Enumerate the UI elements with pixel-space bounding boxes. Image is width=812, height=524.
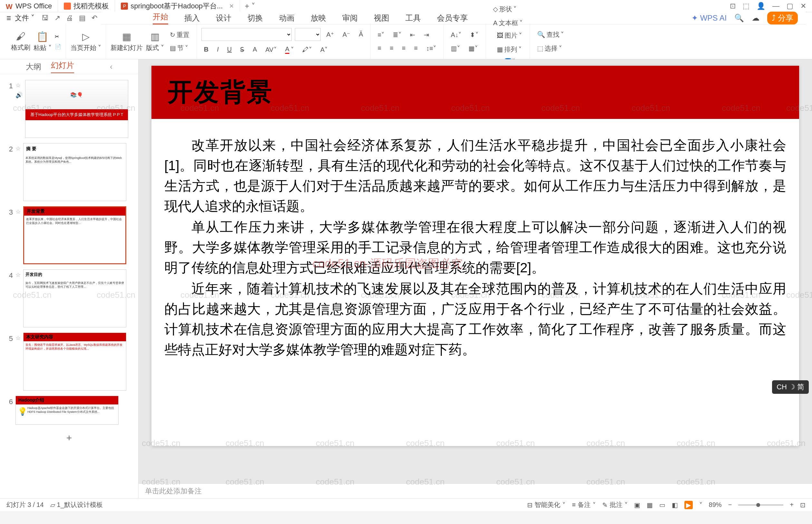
file-menu[interactable]: 文件 ˅	[15, 13, 34, 23]
maximize-icon[interactable]: ▢	[786, 2, 793, 10]
thumbnail[interactable]: 本文研究内容 首先：围绕若干功能需求展开。以Java语言、MySQL数据库搭建系…	[23, 332, 126, 391]
cut-icon[interactable]: ✂	[55, 33, 61, 39]
tab-animation[interactable]: 动画	[279, 13, 295, 23]
numbering-icon[interactable]: ≣˅	[390, 30, 404, 40]
font-size-select[interactable]	[295, 28, 320, 41]
export-icon[interactable]: ↗	[54, 14, 60, 22]
tab-document[interactable]: P springboot基于Hadoop平台... ✕	[115, 0, 240, 12]
zoom-slider[interactable]	[738, 504, 783, 506]
comments-button[interactable]: ✎ 批注 ˅	[602, 501, 628, 509]
tab-start[interactable]: 开始	[153, 12, 168, 24]
section-button[interactable]: ▤ 节 ˅	[167, 43, 192, 54]
align-center-icon[interactable]: ≡	[387, 43, 396, 53]
shadow-icon[interactable]: A	[250, 45, 260, 54]
tab-member[interactable]: 会员专享	[437, 13, 468, 23]
spacing-icon[interactable]: AV˅	[263, 45, 279, 55]
star-icon[interactable]: ☆	[15, 208, 21, 215]
share-button[interactable]: ⤴ 分享	[767, 12, 798, 24]
tab-transition[interactable]: 切换	[247, 13, 263, 23]
font-family-select[interactable]	[201, 28, 292, 41]
select-button[interactable]: ⬚ 选择 ˅	[534, 43, 566, 54]
underline-icon[interactable]: U	[225, 45, 234, 54]
slide-title-box[interactable]: 开发背景	[151, 66, 799, 119]
star-icon[interactable]: ☆	[15, 334, 21, 342]
notes-view-icon[interactable]: ◧	[672, 501, 678, 509]
beautify-button[interactable]: ⊟ 智能美化 ˅	[527, 501, 565, 509]
columns-icon[interactable]: ▥˅	[448, 43, 463, 53]
preview-icon[interactable]: ▤	[79, 14, 86, 22]
align-justify-icon[interactable]: ≡	[412, 43, 420, 53]
sorter-view-icon[interactable]: ▦	[647, 501, 653, 509]
wps-ai-button[interactable]: ✦ WPS AI	[692, 14, 727, 22]
indent-inc-icon[interactable]: ⇥	[421, 30, 432, 40]
add-slide-button[interactable]: +	[0, 427, 138, 448]
find-button[interactable]: 🔍 查找 ˅	[534, 29, 566, 40]
from-current-button[interactable]: ▷当页开始 ˅	[70, 31, 101, 52]
slides-tab[interactable]: 幻灯片	[51, 60, 74, 73]
template-name[interactable]: ▱ 1_默认设计模板	[50, 501, 103, 509]
star-icon[interactable]: ☆	[15, 271, 21, 278]
cloud-icon[interactable]: ☁	[752, 14, 760, 22]
close-icon[interactable]: ✕	[229, 3, 234, 10]
font-color-icon[interactable]: A˅	[283, 44, 296, 55]
bold-icon[interactable]: B	[201, 45, 211, 54]
effects-icon[interactable]: A˅	[318, 45, 330, 55]
close-window-icon[interactable]: ✕	[800, 2, 806, 10]
thumb-row[interactable]: 6 Hadoop介绍 💡Hadoop是Apache软件基金会旗下的开源分布式计算…	[0, 393, 138, 427]
thumbnail-selected[interactable]: 开发背景 改革开放以来，中国社会经济体系复苏，人们生活水平稳步提升，中国社会已全…	[23, 206, 126, 264]
tab-review[interactable]: 审阅	[342, 13, 358, 23]
thumb-row[interactable]: 5 ☆ 本文研究内容 首先：围绕若干功能需求展开。以Java语言、MySQL数据…	[0, 330, 138, 393]
save-icon[interactable]: 🖫	[42, 14, 49, 22]
thumb-row[interactable]: 4 ☆ 开发目的 如今，互联网技术飞速发展使得广大用户群体足不出户，仅凭个人账号…	[0, 267, 138, 330]
copy-icon[interactable]: 📄	[55, 44, 61, 50]
slide-canvas[interactable]: 开发背景 改革开放以来，中国社会经济体系复苏，人们生活水平稳步提升，中国社会已全…	[151, 66, 799, 446]
thumb-row[interactable]: 1 ☆🔊 📚🎈 基于Hadoop平台的大学多媒体教学管理系统 P P T	[0, 77, 138, 141]
canvas-scroll[interactable]: 开发背景 改革开放以来，中国社会经济体系复苏，人们生活水平稳步提升，中国社会已全…	[138, 59, 812, 484]
star-icon[interactable]: ☆	[15, 145, 21, 152]
avatar-icon[interactable]: 👤	[757, 2, 765, 10]
tab-template[interactable]: 找稻壳模板	[58, 0, 115, 12]
thumbnail[interactable]: 📚🎈 基于Hadoop平台的大学多媒体教学管理系统 P P T	[25, 80, 128, 138]
fit-window-icon[interactable]: ⊡	[800, 501, 806, 509]
thumbnail[interactable]: 开发目的 如今，互联网技术飞速发展使得广大用户群体足不出户，仅凭个人账号登录便可…	[23, 269, 126, 327]
search-icon[interactable]: 🔍	[734, 14, 744, 22]
zoom-out-icon[interactable]: −	[728, 501, 732, 509]
layout-button[interactable]: ▥版式 ˅	[146, 31, 164, 52]
slideshow-dropdown-icon[interactable]: ˅	[699, 501, 702, 509]
tab-wps-office[interactable]: W WPS Office	[0, 0, 58, 12]
clear-format-icon[interactable]: Ă	[356, 29, 365, 39]
reset-button[interactable]: ↻ 重置	[167, 29, 192, 40]
tab-insert[interactable]: 插入	[184, 13, 200, 23]
undo-icon[interactable]: ↶	[92, 14, 97, 22]
thumbnail[interactable]: 摘 要 本系统采用的数据库是Mysql，使用SpringBoot技术构建的B/S…	[23, 143, 126, 201]
align-left-icon[interactable]: ≡	[375, 43, 384, 53]
outline-tab[interactable]: 大纲	[26, 62, 41, 72]
bullets-icon[interactable]: ≡˅	[375, 30, 387, 40]
align-text-icon[interactable]: ⬍˅	[467, 30, 481, 40]
window-list-icon[interactable]: ⊡	[730, 2, 736, 10]
tab-tools[interactable]: 工具	[405, 13, 421, 23]
align-right-icon[interactable]: ≡	[399, 43, 408, 53]
thumbnail[interactable]: Hadoop介绍 💡Hadoop是Apache软件基金会旗下的开源分布式计算平台…	[15, 396, 119, 425]
arrange-button[interactable]: ▦ 排列 ˅	[494, 44, 525, 55]
tab-view[interactable]: 视图	[374, 13, 389, 23]
reading-view-icon[interactable]: ▭	[659, 501, 665, 509]
line-spacing-icon[interactable]: ↕≡˅	[424, 43, 439, 53]
paste-button[interactable]: 📋粘贴 ˅	[34, 31, 52, 52]
textbox-button[interactable]: A 文本框 ˅	[491, 17, 525, 29]
grow-font-icon[interactable]: A⁺	[324, 29, 337, 39]
zoom-level[interactable]: 89%	[709, 501, 722, 509]
text-direction-icon[interactable]: A↓˅	[448, 30, 464, 40]
convert-icon[interactable]: ▦˅	[466, 43, 480, 53]
print-icon[interactable]: 🖨	[66, 14, 73, 22]
minimize-icon[interactable]: —	[772, 2, 779, 10]
indent-dec-icon[interactable]: ⇤	[407, 30, 418, 40]
star-icon[interactable]: ☆	[15, 82, 22, 89]
slideshow-button[interactable]: ▶	[684, 501, 693, 509]
thumb-row[interactable]: 2 ☆ 摘 要 本系统采用的数据库是Mysql，使用SpringBoot技术构建…	[0, 141, 138, 204]
notes-button[interactable]: ≡ 备注 ˅	[572, 501, 596, 509]
italic-icon[interactable]: I	[214, 45, 221, 54]
format-painter-button[interactable]: 🖌格式刷	[11, 31, 30, 52]
shape-button[interactable]: ◇ 形状 ˅	[491, 3, 525, 15]
thumb-row[interactable]: 3 ☆ 开发背景 改革开放以来，中国社会经济体系复苏，人们生活水平稳步提升，中国…	[0, 204, 138, 267]
